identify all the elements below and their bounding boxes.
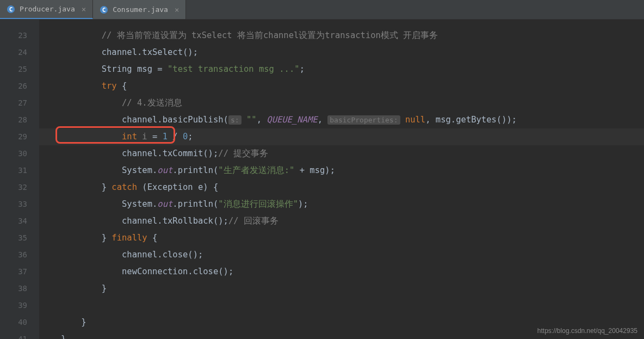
line-number: 25 xyxy=(0,61,39,78)
code-line: // 4.发送消息 xyxy=(61,95,644,112)
code-line-current: int i = 1 / 0; xyxy=(39,128,644,145)
line-number: 38 xyxy=(0,280,39,297)
gutter: 23 24 25 26 27 28 29 30 31 32 33 34 35 3… xyxy=(0,20,39,339)
line-number: 33 xyxy=(0,196,39,213)
code-line: newConnection.close(); xyxy=(61,263,644,280)
close-icon[interactable]: × xyxy=(172,5,179,14)
java-class-icon: C xyxy=(7,5,15,14)
line-number: 26 xyxy=(0,78,39,95)
tab-label: Producer.java xyxy=(20,5,75,13)
code-line: // 将当前管道设置为 txSelect 将当前channel设置为transa… xyxy=(61,27,644,44)
svg-text:C: C xyxy=(9,6,13,13)
code-line xyxy=(61,297,644,314)
line-number: 40 xyxy=(0,314,39,331)
line-number: 30 xyxy=(0,145,39,162)
line-number: 39 xyxy=(0,297,39,314)
code-line: channel.close(); xyxy=(61,246,644,263)
code-line: channel.txRollback();// 回滚事务 xyxy=(61,213,644,230)
line-number: 23 xyxy=(0,27,39,44)
code-line: } finally { xyxy=(61,230,644,246)
tab-label: Consumer.java xyxy=(113,5,168,14)
close-icon[interactable]: × xyxy=(79,5,86,14)
tab-producer[interactable]: C Producer.java × xyxy=(0,0,93,19)
code-line: System.out.println("生产者发送消息:" + msg); xyxy=(61,162,644,179)
line-number: 36 xyxy=(0,246,39,263)
code-line: try { xyxy=(61,78,644,95)
line-number: 37 xyxy=(0,263,39,280)
java-class-icon: C xyxy=(100,5,108,14)
line-number: 34 xyxy=(0,213,39,230)
line-number: 31 xyxy=(0,162,39,179)
svg-text:C: C xyxy=(102,7,106,14)
line-number: 35 xyxy=(0,230,39,246)
line-number: 28 xyxy=(0,112,39,128)
code-line: } xyxy=(61,280,644,297)
code-line: String msg = "test transaction msg ..."; xyxy=(61,61,644,78)
code-line: System.out.println("消息进行回滚操作"); xyxy=(61,196,644,213)
line-number: 24 xyxy=(0,44,39,61)
code-area[interactable]: // 将当前管道设置为 txSelect 将当前channel设置为transa… xyxy=(39,20,644,339)
code-line: } catch (Exception e) { xyxy=(61,179,644,196)
line-number: 32 xyxy=(0,179,39,196)
tab-consumer[interactable]: C Consumer.java × xyxy=(93,0,186,19)
code-line: channel.basicPublish(s: "", QUEUE_NAME, … xyxy=(61,112,644,128)
code-line: channel.txSelect(); xyxy=(61,44,644,61)
line-number: 29 xyxy=(0,128,39,145)
code-line: channel.txCommit();// 提交事务 xyxy=(61,145,644,162)
line-number: 27 xyxy=(0,95,39,112)
code-editor[interactable]: 23 24 25 26 27 28 29 30 31 32 33 34 35 3… xyxy=(0,20,644,339)
line-number: 41 xyxy=(0,331,39,339)
watermark: https://blog.csdn.net/qq_20042935 xyxy=(537,327,637,335)
editor-tabs: C Producer.java × C Consumer.java × xyxy=(0,0,644,20)
